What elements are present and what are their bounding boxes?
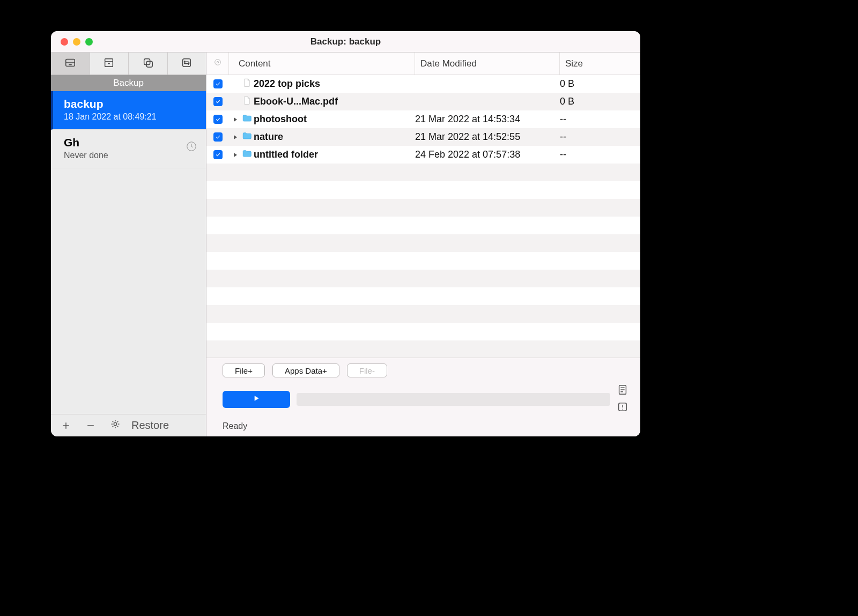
sidebar-footer: Restore [51, 414, 206, 436]
row-name: Ebook-U...Mac.pdf [254, 96, 338, 107]
document-icon [242, 77, 252, 91]
sidebar-item-subtitle: Never done [64, 151, 195, 160]
bottom-bar: File+ Apps Data+ File- Ready [206, 358, 640, 436]
apps-data-button[interactable]: Apps Data+ [272, 363, 339, 377]
disclosure-icon[interactable] [231, 152, 240, 158]
row-name: untitled folder [254, 149, 318, 160]
alert-icon[interactable] [617, 401, 628, 415]
sidebar-item-title: backup [64, 98, 195, 110]
table-row [206, 164, 640, 181]
main-panel: Content Date Modified Size 2022 top pick… [206, 53, 640, 436]
titlebar: Backup: backup [51, 31, 640, 53]
column-header-size[interactable]: Size [560, 53, 640, 75]
table-row[interactable]: Ebook-U...Mac.pdf0 B [206, 93, 640, 110]
document-icon [242, 95, 252, 108]
remove-button[interactable] [80, 417, 101, 434]
row-size: -- [560, 131, 640, 143]
restore-button[interactable]: Restore [131, 419, 169, 432]
file-add-button[interactable]: File+ [223, 363, 265, 377]
row-date: 21 Mar 2022 at 14:52:55 [415, 131, 560, 143]
table-row [206, 340, 640, 358]
file-list: 2022 top picks0 BEbook-U...Mac.pdf0 Bpho… [206, 75, 640, 358]
row-size: -- [560, 114, 640, 125]
svg-point-7 [114, 422, 116, 425]
svg-rect-1 [105, 58, 113, 62]
checkbox[interactable] [213, 150, 223, 159]
row-name: photoshoot [254, 114, 307, 125]
checkbox[interactable] [213, 132, 223, 142]
checkbox[interactable] [213, 79, 223, 88]
copy-icon [142, 57, 154, 71]
table-row [206, 323, 640, 340]
zoom-button[interactable] [85, 38, 93, 46]
run-button[interactable] [223, 391, 290, 408]
sidebar-tab-archive[interactable] [90, 53, 129, 75]
folder-icon [242, 113, 252, 126]
status-text: Ready [223, 421, 628, 431]
svg-rect-2 [105, 62, 113, 66]
app-window: Backup: backup [51, 31, 640, 436]
row-name: nature [254, 131, 283, 143]
sidebar-item-title: Gh [64, 136, 195, 149]
svg-point-9 [217, 61, 218, 63]
column-header-row: Content Date Modified Size [206, 53, 640, 75]
table-row [206, 270, 640, 287]
sidebar-list: backup 18 Jan 2022 at 08:49:21 Gh Never … [51, 91, 206, 414]
settings-button[interactable] [105, 417, 126, 434]
row-date: 24 Feb 2022 at 07:57:38 [415, 149, 560, 160]
table-row[interactable]: nature21 Mar 2022 at 14:52:55-- [206, 128, 640, 146]
traffic-lights [61, 38, 93, 46]
drawer-icon [64, 57, 76, 71]
svg-point-12 [622, 409, 623, 409]
row-name: 2022 top picks [254, 78, 320, 90]
clock-icon [186, 140, 197, 154]
folder-icon [242, 148, 252, 161]
table-row[interactable]: untitled folder24 Feb 2022 at 07:57:38-- [206, 146, 640, 164]
table-row [206, 305, 640, 323]
sidebar-item-subtitle: 18 Jan 2022 at 08:49:21 [64, 112, 195, 122]
file-remove-button: File- [347, 363, 387, 377]
svg-point-8 [214, 60, 220, 65]
sync-icon [181, 57, 193, 71]
gear-icon [110, 419, 121, 433]
column-header-content[interactable]: Content [229, 53, 415, 75]
close-button[interactable] [61, 38, 68, 46]
sidebar-tab-backup[interactable] [51, 53, 90, 75]
table-row [206, 181, 640, 199]
checkbox[interactable] [213, 97, 223, 106]
add-button[interactable] [55, 417, 77, 434]
table-row [206, 252, 640, 270]
row-size: 0 B [560, 78, 640, 90]
table-row [206, 287, 640, 305]
archive-icon [103, 57, 115, 71]
sidebar-item-backup[interactable]: backup 18 Jan 2022 at 08:49:21 [51, 91, 206, 130]
window-title: Backup: backup [51, 36, 640, 47]
column-header-date[interactable]: Date Modified [415, 53, 560, 75]
log-icon[interactable] [617, 384, 628, 398]
table-row [206, 217, 640, 234]
row-size: 0 B [560, 96, 640, 107]
column-header-checkbox[interactable] [206, 53, 229, 75]
table-row[interactable]: 2022 top picks0 B [206, 75, 640, 93]
folder-icon [242, 130, 252, 144]
sidebar-item-gh[interactable]: Gh Never done [51, 130, 206, 168]
checkbox[interactable] [213, 115, 223, 124]
row-date: 21 Mar 2022 at 14:53:34 [415, 114, 560, 125]
sidebar-toolbar [51, 53, 206, 75]
table-row [206, 234, 640, 252]
row-size: -- [560, 149, 640, 160]
table-row[interactable]: photoshoot21 Mar 2022 at 14:53:34-- [206, 110, 640, 128]
disclosure-icon[interactable] [231, 135, 240, 140]
minimize-button[interactable] [73, 38, 80, 46]
play-icon [252, 394, 261, 405]
target-icon [213, 58, 222, 69]
sidebar-tab-sync[interactable] [168, 53, 206, 75]
disclosure-icon[interactable] [231, 117, 240, 122]
sidebar-tab-copy[interactable] [129, 53, 168, 75]
sidebar: Backup backup 18 Jan 2022 at 08:49:21 Gh… [51, 53, 206, 436]
sidebar-section-header: Backup [51, 75, 206, 91]
table-row [206, 199, 640, 217]
progress-bar [297, 393, 610, 406]
